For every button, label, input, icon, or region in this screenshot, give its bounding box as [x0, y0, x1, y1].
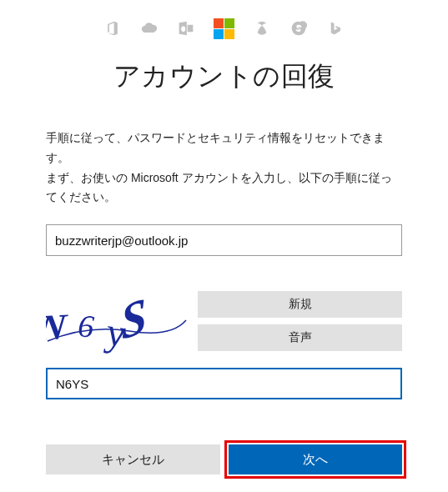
instructions-text: 手順に従って、パスワードとセキュリティ情報をリセットできます。 まず、お使いの …	[46, 128, 402, 208]
captcha-image: N 6 y S	[46, 291, 188, 356]
captcha-new-button[interactable]: 新規	[198, 291, 402, 318]
xbox-icon	[253, 19, 271, 38]
page-title: アカウントの回復	[46, 58, 402, 95]
main-content: アカウントの回復 手順に従って、パスワードとセキュリティ情報をリセットできます。…	[0, 58, 448, 474]
action-buttons: キャンセル 次へ	[46, 444, 402, 474]
onedrive-icon	[140, 19, 159, 38]
next-button[interactable]: 次へ	[229, 444, 403, 474]
svg-text:6: 6	[77, 308, 96, 344]
svg-text:S: S	[119, 291, 148, 350]
svg-text:N: N	[46, 306, 70, 349]
captcha-input[interactable]	[46, 368, 402, 399]
cancel-button[interactable]: キャンセル	[46, 444, 220, 474]
microsoft-logo	[214, 18, 234, 39]
product-icon-row	[0, 8, 448, 48]
account-input[interactable]	[46, 224, 402, 256]
office-icon	[103, 19, 122, 38]
skype-icon	[289, 19, 308, 38]
captcha-audio-button[interactable]: 音声	[198, 324, 402, 351]
bing-icon	[326, 19, 345, 38]
outlook-icon	[177, 19, 195, 38]
captcha-section: N 6 y S 新規 音声	[46, 291, 402, 356]
captcha-controls: 新規 音声	[198, 291, 402, 356]
